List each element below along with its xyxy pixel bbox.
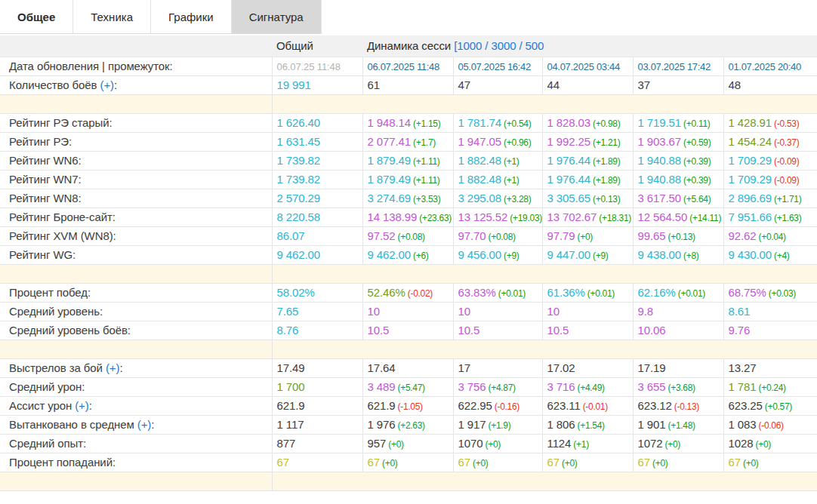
stat-delta: (+0.01) (498, 288, 526, 299)
stat-value: 13.27 (729, 361, 757, 374)
stat-cell: 7 951.66(+1.63) (723, 207, 817, 226)
stat-cell: 1 947.05(+0.96) (453, 132, 542, 151)
stat-cell: 13.27 (723, 358, 817, 377)
stat-cell: 9 462.00(+6) (362, 245, 453, 264)
expand-link[interactable]: (+) (75, 399, 88, 412)
row-label-text: Выстрелов за бой (9, 361, 106, 374)
stat-value: 1 700 (277, 380, 305, 393)
row-label: Вытанковано в среднем (+): (0, 415, 272, 434)
stat-delta: (+1.63) (774, 213, 801, 223)
stat-cell: 3 716(+4.49) (542, 377, 633, 396)
stat-delta: (+0.98) (593, 118, 620, 129)
stat-value: 67 (638, 456, 651, 469)
stat-value: 1 992.25 (547, 135, 591, 148)
tab-general[interactable]: Общее (0, 0, 73, 34)
stat-cell: 1 879.49(+1.11) (362, 151, 453, 170)
stat-cell: 58.02% (272, 283, 362, 302)
stat-value: 623.11 (547, 399, 581, 412)
stat-cell: 67(+0) (453, 453, 542, 472)
row-label-colon: : (128, 324, 131, 337)
session-date-link[interactable]: 04.07.2025 03:44 (547, 61, 620, 72)
stat-cell: 3 295.08(+3.28) (453, 189, 542, 207)
stat-cell: 623.25(+0.57) (723, 396, 817, 415)
stat-delta: (+2.63) (398, 420, 425, 431)
row-label-colon: : (78, 192, 81, 204)
stat-value: 1 976 (368, 418, 396, 431)
stat-value: 67 (729, 456, 741, 469)
separator-value-cell (272, 340, 817, 358)
session-date-link[interactable]: 03.07.2025 17:42 (638, 61, 711, 72)
tab-charts[interactable]: Графики (151, 0, 232, 34)
stat-value: 99.65 (638, 229, 666, 242)
row-label: Процент побед: (0, 283, 272, 302)
stat-cell: 9 447.00(+9) (542, 245, 633, 264)
stat-value: 1070 (458, 437, 483, 450)
stat-cell: 622.95(-0.16) (453, 396, 542, 415)
stat-cell: 17.49 (272, 358, 362, 377)
separator-label-cell (0, 94, 272, 113)
expand-link[interactable]: (+) (106, 361, 119, 374)
stat-value: 1 739.82 (277, 154, 321, 167)
stat-value: 2 896.69 (729, 192, 772, 204)
stat-delta: (+0.24) (759, 383, 786, 393)
stat-cell: 9 438.00(+8) (633, 245, 723, 264)
separator-value-cell (272, 472, 817, 490)
stat-value: 1 719.51 (638, 116, 682, 129)
stat-cell: 3 756(+4.87) (453, 377, 542, 396)
stat-delta: (+1.89) (593, 156, 620, 167)
table-row: Рейтинг WN8:2 570.293 274.69(+3.53)3 295… (0, 189, 817, 207)
stat-value: 9 456.00 (458, 248, 502, 261)
stat-cell: 1 781(+0.24) (723, 377, 817, 396)
stat-delta: (+0.13) (668, 232, 695, 242)
stat-cell: 3 274.69(+3.53) (362, 189, 453, 207)
table-row: Средний уровень боёв:8.7610.510.510.510.… (0, 321, 817, 340)
tab-vehicles[interactable]: Техника (73, 0, 151, 34)
stat-cell: 1 948.14(+1.15) (362, 113, 453, 132)
stat-value: 12 564.50 (638, 211, 688, 223)
stat-delta: (+0.39) (683, 156, 711, 167)
stat-delta: (-1.05) (398, 401, 423, 412)
stat-value: 48 (729, 78, 741, 91)
stat-delta: (+0.04) (759, 232, 786, 242)
stat-value: 3 274.69 (368, 192, 412, 204)
row-label-text: Рейтинг Броне-сайт (9, 211, 113, 223)
stat-delta: (+0.01) (587, 288, 615, 299)
session-date-link[interactable]: 05.07.2025 16:42 (458, 61, 531, 72)
stat-value: 67 (277, 456, 290, 469)
stat-delta: (+1.71) (774, 194, 801, 204)
stat-value: 19 991 (277, 78, 311, 91)
stat-value: 62.16% (638, 286, 676, 299)
stat-value: 2 570.29 (277, 192, 321, 204)
stat-cell: 44 (542, 75, 633, 94)
session-date-link[interactable]: 01.07.2025 20:40 (729, 61, 801, 72)
row-label-text: Дата обновления | промежуток (9, 60, 169, 72)
stat-value: 1 428.91 (729, 116, 772, 129)
stat-value: 1 882.48 (458, 173, 502, 186)
stat-cell: 1124(+1) (542, 434, 633, 453)
stat-cell: 1 901(+1.48) (633, 415, 723, 434)
row-label-colon: : (82, 380, 85, 393)
stat-value: 17.02 (547, 361, 575, 374)
tab-signature[interactable]: Сигнатура (232, 0, 322, 34)
expand-link[interactable]: (+) (137, 418, 151, 431)
stat-value: 10.5 (458, 324, 480, 337)
header-dynamics-wrap: Динамика сесси [1000 / 3000 / 500 (367, 39, 545, 52)
session-date-link[interactable]: 06.07.2025 11:48 (368, 61, 439, 72)
expand-link[interactable]: (+) (100, 78, 114, 91)
stat-cell: 1028(+0) (723, 434, 817, 453)
stat-delta: (+14.11) (689, 213, 721, 223)
row-label: Рейтинг WN7: (0, 170, 272, 189)
table-row: Выстрелов за бой (+):17.4917.641717.0217… (0, 358, 817, 377)
stat-value: 9.76 (729, 324, 751, 337)
row-label: Выстрелов за бой (+): (0, 358, 272, 377)
stat-value: 67 (547, 456, 560, 469)
stat-cell: 3 305.65(+0.13) (542, 189, 633, 207)
table-row: Рейтинг WN6:1 739.821 879.49(+1.11)1 882… (0, 151, 817, 170)
stat-value: 1 828.03 (547, 116, 591, 129)
row-label-colon: : (151, 418, 154, 431)
header-dynamics-range-link[interactable]: [1000 / 3000 / 500 (454, 39, 544, 52)
stat-cell: 13 702.67(+18.31) (542, 207, 633, 226)
header-dynamics: Динамика сесси [1000 / 3000 / 500 (362, 35, 817, 57)
stat-delta: (+1.11) (413, 156, 439, 167)
stat-delta: (+1.7) (413, 137, 436, 148)
